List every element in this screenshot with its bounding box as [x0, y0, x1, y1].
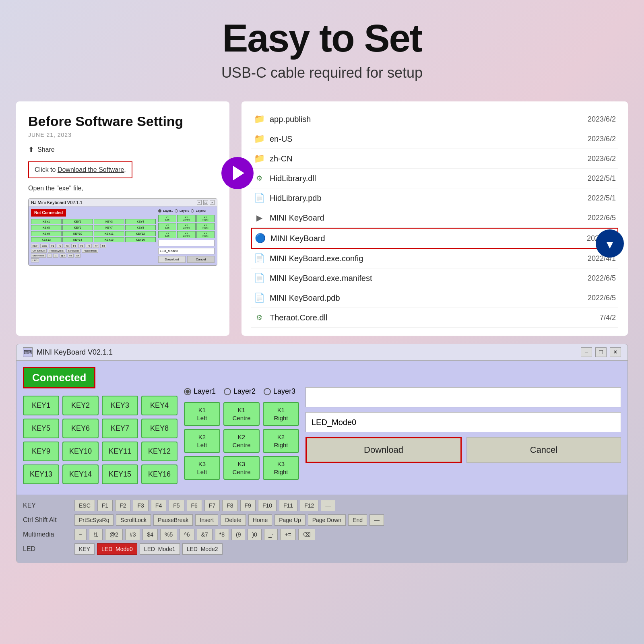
- list-item[interactable]: K1Left: [158, 215, 176, 222]
- list-item[interactable]: F12: [300, 500, 318, 511]
- key-button-key3[interactable]: KEY3: [102, 396, 138, 415]
- list-item[interactable]: K3Right: [196, 231, 215, 238]
- list-item[interactable]: Insert: [195, 514, 218, 526]
- list-item[interactable]: K2Right: [196, 223, 215, 230]
- list-item[interactable]: 📁 en-US 2023/6/2: [251, 129, 618, 149]
- mini-maximize[interactable]: □: [203, 200, 208, 205]
- layer1-radio[interactable]: Layer1: [184, 387, 216, 396]
- key-button-key16[interactable]: KEY16: [141, 464, 178, 484]
- k-button-k2-left[interactable]: K2Left: [184, 429, 220, 453]
- mini-download-button[interactable]: Download: [158, 256, 186, 263]
- list-item[interactable]: Home: [248, 514, 272, 526]
- mini-close[interactable]: ×: [210, 200, 215, 205]
- key-button-key8[interactable]: KEY8: [141, 419, 178, 438]
- k-button-k1-right[interactable]: K1Right: [263, 402, 299, 426]
- list-item[interactable]: 📄 MINI KeyBoard.exe.config 2022/4/1: [251, 249, 618, 268]
- list-item[interactable]: KEY15: [94, 237, 124, 242]
- list-item[interactable]: &7: [197, 529, 213, 540]
- list-item[interactable]: 📁 app.publish 2023/6/2: [251, 109, 618, 129]
- list-item[interactable]: 📄 MINI KeyBoard.pdb 2022/6/5: [251, 288, 618, 308]
- key-button-key6[interactable]: KEY6: [62, 419, 99, 438]
- scroll-down-button[interactable]: ▾: [596, 229, 624, 258]
- k-button-k3-centre[interactable]: K3Centre: [223, 456, 260, 480]
- list-item[interactable]: _-: [264, 529, 278, 540]
- list-item[interactable]: ⌫: [298, 529, 315, 540]
- list-item[interactable]: F8: [222, 500, 237, 511]
- list-item[interactable]: F5: [169, 500, 184, 511]
- list-item[interactable]: F7: [204, 500, 220, 511]
- list-item[interactable]: 📄 MINI KeyBoard.exe.manifest 2022/6/5: [251, 268, 618, 288]
- list-item[interactable]: KEY16: [125, 237, 156, 242]
- download-link[interactable]: Download the Software: [58, 166, 124, 173]
- list-item[interactable]: ^6: [180, 529, 194, 540]
- list-item[interactable]: F9: [240, 500, 256, 511]
- mini-text-input-empty[interactable]: [158, 240, 215, 246]
- key-button-key12[interactable]: KEY12: [141, 442, 178, 461]
- list-item[interactable]: F11: [279, 500, 297, 511]
- list-item[interactable]: K1Right: [196, 215, 215, 222]
- list-item[interactable]: 📁 zh-CN 2023/6/2: [251, 149, 618, 169]
- minimize-button[interactable]: −: [581, 347, 592, 357]
- led-mode-input[interactable]: [305, 412, 621, 432]
- list-item[interactable]: K1Centre: [177, 215, 195, 222]
- list-item[interactable]: K3Centre: [177, 231, 195, 238]
- list-item[interactable]: KEY8: [125, 225, 156, 230]
- list-item[interactable]: ESC: [74, 500, 95, 511]
- list-item-highlighted[interactable]: 🔵 MINI KeyBoard 2022/6/5: [251, 228, 618, 249]
- list-item[interactable]: KEY7: [94, 225, 124, 230]
- key-button-key10[interactable]: KEY10: [62, 442, 99, 461]
- list-item[interactable]: 📄 HidLibrary.pdb 2022/5/1: [251, 188, 618, 208]
- tab-led-mode2[interactable]: LED_Mode2: [182, 543, 223, 555]
- list-item[interactable]: $4: [142, 529, 158, 540]
- key-button-key1[interactable]: KEY1: [23, 396, 59, 415]
- list-item[interactable]: +=: [280, 529, 295, 540]
- share-row[interactable]: ⬆ Share: [28, 145, 217, 154]
- key-button-key9[interactable]: KEY9: [23, 442, 59, 461]
- key-button-key15[interactable]: KEY15: [102, 464, 138, 484]
- k-button-k3-left[interactable]: K3Left: [184, 456, 220, 480]
- list-item[interactable]: )0: [248, 529, 261, 540]
- list-item[interactable]: KEY2: [62, 219, 93, 224]
- list-item[interactable]: KEY5: [31, 225, 62, 230]
- download-instruction[interactable]: Click to Download the Software,: [28, 161, 132, 178]
- mini-text-input-value[interactable]: LED_Mode0: [158, 248, 215, 254]
- list-item[interactable]: PauseBreak: [153, 514, 193, 526]
- k-button-k3-right[interactable]: K3Right: [263, 456, 299, 480]
- layer2-radio[interactable]: Layer2: [224, 387, 256, 396]
- k-button-k2-centre[interactable]: K2Centre: [223, 429, 260, 453]
- list-item[interactable]: KEY12: [125, 231, 156, 236]
- mini-minimize[interactable]: −: [197, 200, 202, 205]
- list-item[interactable]: K3Left: [158, 231, 176, 238]
- k-button-k2-right[interactable]: K2Right: [263, 429, 299, 453]
- key-button-key11[interactable]: KEY11: [102, 442, 138, 461]
- list-item[interactable]: Page Down: [308, 514, 346, 526]
- tab-led-mode1[interactable]: LED_Mode1: [140, 543, 180, 555]
- key-button-key13[interactable]: KEY13: [23, 464, 59, 484]
- list-item[interactable]: ⚙ Theraot.Core.dll 7/4/2: [251, 308, 618, 328]
- list-item[interactable]: K2Left: [158, 223, 176, 230]
- list-item[interactable]: —: [321, 500, 335, 511]
- close-button[interactable]: ×: [610, 347, 621, 357]
- list-item[interactable]: *8: [215, 529, 229, 540]
- list-item[interactable]: F4: [151, 500, 166, 511]
- k-button-k1-centre[interactable]: K1Centre: [223, 402, 260, 426]
- key-button-key5[interactable]: KEY5: [23, 419, 59, 438]
- tab-led-mode0[interactable]: LED_Mode0: [97, 543, 137, 555]
- list-item[interactable]: KEY9: [31, 231, 62, 236]
- key-button-key7[interactable]: KEY7: [102, 419, 138, 438]
- list-item[interactable]: KEY4: [125, 219, 156, 224]
- tab-key[interactable]: KEY: [74, 543, 95, 555]
- maximize-button[interactable]: □: [595, 347, 607, 357]
- play-button[interactable]: [221, 157, 254, 189]
- mini-cancel-button[interactable]: Cancel: [187, 256, 215, 263]
- list-item[interactable]: F2: [115, 500, 130, 511]
- list-item[interactable]: F10: [258, 500, 277, 511]
- list-item[interactable]: !1: [89, 529, 103, 540]
- list-item[interactable]: KEY1: [31, 219, 62, 224]
- layer3-radio[interactable]: Layer3: [264, 387, 295, 396]
- list-item[interactable]: ▶ MINI KeyBoard 2022/6/5: [251, 208, 618, 228]
- list-item[interactable]: F6: [187, 500, 202, 511]
- download-button[interactable]: Download: [305, 437, 462, 463]
- list-item[interactable]: ⚙ HidLibrary.dll 2022/5/1: [251, 169, 618, 188]
- list-item[interactable]: KEY14: [62, 237, 93, 242]
